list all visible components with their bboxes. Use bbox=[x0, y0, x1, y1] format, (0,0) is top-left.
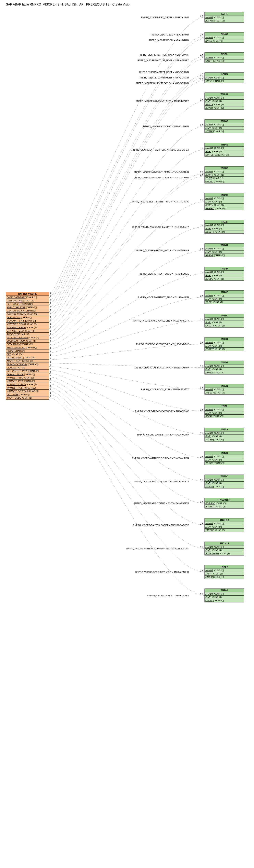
cardinality-right: 0..N bbox=[200, 342, 204, 344]
table-field: BEWTY [CHAR (1)] bbox=[206, 103, 224, 106]
table-field: WAITLIST_STATUS [CHAR (2)] bbox=[7, 383, 37, 385]
table-field: ACCIDENT_EMSTYP [CHAR (4)] bbox=[6, 336, 39, 339]
table-field: EINRI [CHAR (4)] bbox=[206, 150, 222, 153]
relation-label: RNPRQ_VISCRE-WAITLIST_PRIO = TN14P-WLPRI bbox=[138, 296, 189, 299]
table-field: MANDT [CLNT (3)] bbox=[206, 432, 224, 434]
cardinality-left: 1 bbox=[50, 378, 51, 380]
table-TN14I: TN14IMANDT [CLNT (3)]EINRI [CHAR (4)]RES… bbox=[205, 220, 244, 234]
table-field: APPLSTATUS [CHAR (2)] bbox=[6, 316, 32, 318]
relation-edge bbox=[49, 384, 205, 503]
table-field: WAITLIST_HOSP [CHAR (10)] bbox=[7, 386, 36, 389]
table-field: EINRI [CHAR (4)] bbox=[206, 274, 222, 277]
table-field: MANDT [CLNT (3)] bbox=[206, 170, 224, 173]
cardinality-right: 0..N bbox=[200, 124, 204, 126]
relation-label: RNPRQ_VISCRE-ACCIDENT = TN14C-UNFAR bbox=[143, 125, 189, 128]
table-field: EINRI [CHAR (4)] bbox=[206, 549, 222, 551]
table-field: EINRI [CHAR (4)] bbox=[206, 298, 222, 300]
relation-label: RNPRQ_VISCRE-BED = NBAU-BAUID bbox=[151, 33, 189, 36]
table-field: EINRI [CHAR (4)] bbox=[206, 435, 222, 437]
cardinality-right: 0..N bbox=[200, 148, 204, 150]
relation-label: RNPRQ_VISCRE-DOC_TYPE = TN17D-PASSTY bbox=[141, 388, 189, 391]
table-title: TN14E bbox=[221, 143, 228, 146]
relation-label: RNPRQ_VISCRE-WAITLIST_HOSP = NGPA-GPART bbox=[138, 59, 189, 62]
table-field: EINRI [CHAR (4)] bbox=[206, 100, 222, 102]
cardinality-left: 1 bbox=[50, 347, 51, 349]
table-title: TN24 bbox=[221, 405, 227, 407]
relation-edge bbox=[49, 274, 205, 349]
cardinality-left: 1 bbox=[50, 368, 51, 370]
table-title: NORG bbox=[221, 73, 228, 76]
table-field: WAITLIST_TYPE [CHAR (6)] bbox=[7, 380, 35, 382]
table-field: AUFNR [CHAR (12)] bbox=[205, 20, 225, 22]
table-title: TNCH12 bbox=[220, 519, 229, 521]
relation-edge bbox=[49, 394, 205, 572]
table-title: TN42C bbox=[221, 475, 228, 478]
relation-edge bbox=[49, 78, 205, 315]
relation-label: RNPRQ_VISCRE-MOVEMNT_REAS2 = TN14G-GRUND bbox=[134, 177, 189, 179]
cardinality-left: 1 bbox=[50, 323, 51, 325]
table-TNP01: TNP01MANDT [CLNT (3)]EINRI [CHAR (4)]CLA… bbox=[205, 589, 244, 602]
relation-label: RNPRQ_VISCRE-WAITLIST_STATUS = TN42C-WLS… bbox=[134, 480, 189, 483]
relation-label: RNPRQ_VISCRE-CLASS = TNP01-CLASS bbox=[147, 594, 189, 597]
cardinality-right: 0..N bbox=[200, 546, 204, 549]
table-field: RESCTY [CHAR (4)] bbox=[206, 231, 225, 233]
table-title: TNKFA bbox=[220, 566, 228, 568]
cardinality-left: 1 bbox=[50, 364, 51, 367]
cardinality-left: 1 bbox=[50, 295, 51, 298]
table-field: SPECIALTY_VISIT [CHAR (4)] bbox=[7, 340, 36, 342]
table-field: EMPLOYEE_TYPE [CHAR (2)] bbox=[7, 306, 37, 309]
table-field: CASE_CATEGORY [CHAR (2)] bbox=[7, 296, 37, 299]
table-title: TN14P bbox=[221, 291, 228, 293]
relation-label: RNPRQ_VISCRE-REC_ORDER = AUFK-AUFNR bbox=[141, 16, 189, 19]
table-field: EINRI [CHAR (4)] bbox=[206, 596, 222, 598]
table-title: TN15C bbox=[221, 314, 228, 317]
table-field: CLASS [CHAR (4)] bbox=[206, 599, 224, 602]
table-field: EXT_VISIT_STAT [CHAR (2)] bbox=[7, 330, 35, 332]
table-field: EINRI [CHAR (4)] bbox=[206, 368, 222, 370]
table-field: STATUS_EX [CHAR (2)] bbox=[206, 154, 229, 156]
table-field: APSTATE [CHAR (2)] bbox=[205, 505, 226, 508]
table-field: EINRI [CHAR (4)] bbox=[206, 127, 222, 129]
relation-edge bbox=[49, 344, 205, 360]
table-field: ACCIDENT [CHAR (3)] bbox=[6, 333, 29, 335]
table-field: MANDT [CLNT (3)] bbox=[206, 56, 224, 59]
cardinality-right: 0..N bbox=[200, 479, 204, 482]
relation-label: RNPRQ_VISCRE-WAITLIST_TYPE = TN42A-WLTYP bbox=[137, 434, 189, 436]
cardinality-right: 0..N bbox=[200, 248, 204, 250]
relation-edge bbox=[49, 374, 205, 435]
cardinality-left: 1 bbox=[50, 371, 51, 373]
table-field: PASSTY [CHAR (2)] bbox=[206, 392, 225, 394]
relation-label: RNPRQ_VISCRE-EMPLOYEE_TYPE = TN15G-EMTYP bbox=[135, 367, 189, 369]
table-title: TN14I bbox=[221, 220, 228, 223]
relation-label: RNPRQ_VISCRE-DEPARTMENT = NORG-ORGID bbox=[140, 76, 189, 79]
table-title: AUFK bbox=[221, 12, 228, 16]
table-TN14H: TN14HMANDT [CLNT (3)]EINRI [CHAR (4)]BEW… bbox=[205, 193, 244, 210]
relation-label: RNPRQ_VISCRE-MOVEMNT_REAS1 = TN14G-GRUND bbox=[134, 171, 189, 173]
table-field: EINRI [CHAR (4)] bbox=[206, 482, 222, 484]
cardinality-left: 1 bbox=[50, 299, 51, 301]
table-field: EINRI [CHAR (4)] bbox=[206, 412, 222, 414]
cardinality-left: 1 bbox=[50, 292, 51, 294]
table-field: DEPARTMENT [CHAR (8)] bbox=[7, 343, 33, 345]
relation-edge bbox=[49, 370, 205, 411]
relation-label: RNPRQ_VISCRE-TREAT_CODE = TN14M-BCODE bbox=[139, 273, 189, 275]
table-field: POSIT [CHAR (1)] bbox=[206, 177, 223, 179]
table-field: MANDT [CLNT (3)] bbox=[206, 36, 224, 39]
table-field: CASEENDTYPE [CHAR (2)] bbox=[7, 300, 34, 302]
table-title: TN42B bbox=[221, 452, 228, 455]
table-field: BED [CHAR (8)] bbox=[7, 353, 22, 355]
cardinality-right: 0..N bbox=[200, 75, 204, 78]
table-field: REF_HOSPITAL [CHAR (10)] bbox=[7, 356, 35, 359]
table-field: MANDT [CLNT (3)] bbox=[206, 147, 224, 149]
cardinality-right: 0..N bbox=[200, 409, 204, 411]
table-field: EINRI [CHAR (4)] bbox=[206, 200, 222, 203]
table-TNCH12: TNCH12MANDT [CLNT (3)]EINRI [CHAR (4)]TA… bbox=[205, 518, 244, 532]
cardinality-left: 1 bbox=[50, 309, 51, 311]
table-TNKFA: TNKFAMANDT [CLNT (3)]FATYP [CHAR (1)]FAC… bbox=[205, 565, 244, 579]
table-field: MANDT [CLNT (3)] bbox=[206, 479, 224, 481]
table-NBAU: NBAUMANDT [CLNT (3)]BAUID [CHAR (8)] bbox=[205, 32, 244, 42]
table-field: UNFAR [CHAR (3)] bbox=[206, 130, 224, 132]
table-title: RNPRQ_VISCRE bbox=[18, 292, 37, 295]
table-TN14K: TN14KMANDT [CLNT (3)]EINRI [CHAR (4)]ARR… bbox=[205, 244, 244, 257]
table-TN15D: TN15DMANDT [CLNT (3)]EINRI [CHAR (4)]END… bbox=[205, 337, 244, 351]
